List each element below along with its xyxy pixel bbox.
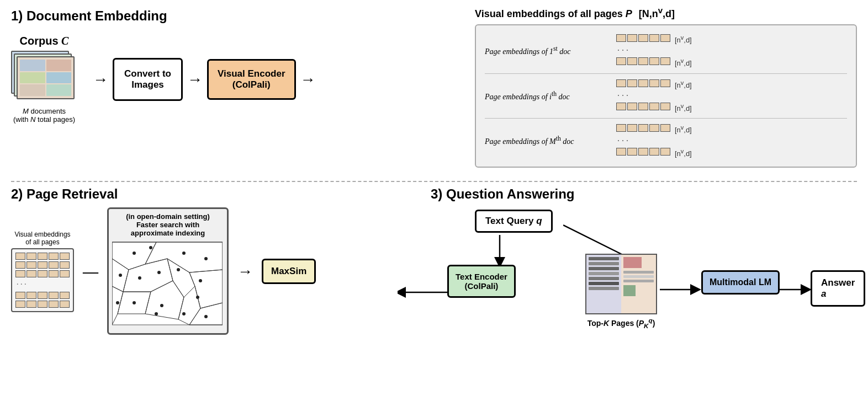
svg-point-15	[155, 312, 158, 315]
svg-point-8	[177, 268, 180, 271]
arrow-2: →	[187, 71, 203, 88]
ve-stack: · · ·	[11, 248, 74, 312]
corpus-label: Corpus C	[20, 35, 69, 47]
ve-dim: [N,nv,d]	[639, 6, 675, 20]
multimodal-lm-box: Multimodal LM	[701, 270, 780, 295]
voronoi-box: (in open-domain setting) Faster search w…	[107, 207, 229, 335]
voronoi-title: (in open-domain setting) Faster search w…	[112, 212, 224, 237]
maxsim-box: MaxSim	[262, 259, 316, 284]
svg-point-6	[138, 276, 141, 280]
convert-label: Convert toImages	[124, 68, 171, 90]
embed-row-3: Page embeddings of Mth doc [nv,d] · · · …	[485, 124, 847, 158]
corpus-area: Corpus C	[11, 35, 77, 124]
svg-point-14	[204, 315, 208, 318]
topk-image	[585, 254, 657, 314]
embed-label-2: Page embeddings of ith doc	[485, 90, 612, 101]
page-retrieval-title: 2) Page Retrieval	[11, 186, 425, 202]
arrow-mm-ans	[779, 281, 812, 298]
embed-row-2: Page embeddings of ith doc [nv,d] · · · …	[485, 79, 847, 113]
main-container: 1) Document Embedding Corpus C	[0, 0, 868, 396]
arrow-topk-mm	[660, 281, 704, 298]
svg-point-10	[116, 301, 119, 304]
topk-label: Top-K Pages (PKq)	[588, 317, 655, 329]
svg-point-16	[196, 296, 199, 299]
ve-header: Visual embeddings of all pages P [N,nv,d…	[475, 6, 857, 20]
arrow-3: →	[300, 71, 316, 88]
embed-row-1: Page embeddings of 1st doc [nv,d] · · · …	[485, 34, 847, 68]
corpus-sub-label: M documents(with N total pages)	[13, 107, 75, 124]
visual-embeddings-area: Visual embeddings of all pages P [N,nv,d…	[464, 6, 857, 168]
svg-point-13	[182, 312, 186, 315]
ve-title: Visual embeddings of all pages P	[475, 8, 632, 20]
arrow-te-maxsim	[398, 281, 453, 303]
visual-encoder-label: Visual Encoder(ColPali)	[218, 68, 285, 90]
doc-embedding-title: 1) Document Embedding	[11, 8, 464, 24]
svg-point-9	[199, 279, 202, 282]
svg-point-7	[157, 271, 161, 274]
doc-embedding-area: 1) Document Embedding Corpus C	[11, 6, 464, 124]
svg-point-5	[119, 274, 122, 277]
svg-point-11	[133, 301, 136, 304]
arrow-tq-te	[491, 235, 508, 268]
text-query-box: Text Query q	[475, 210, 553, 233]
svg-point-1	[133, 251, 136, 255]
doc-flow: Corpus C	[11, 35, 464, 124]
ve-all-pages-label: Visual embeddingsof all pages	[14, 231, 70, 246]
arrow-1: →	[93, 71, 108, 88]
svg-point-12	[160, 304, 163, 307]
page-item-3	[17, 56, 75, 99]
page-stack	[11, 51, 77, 100]
svg-point-2	[149, 246, 152, 249]
svg-point-3	[182, 251, 186, 255]
bottom-section: 2) Page Retrieval Visual embeddingsof al…	[11, 182, 857, 390]
embed-label-3: Page embeddings of Mth doc	[485, 136, 612, 147]
embeddings-box: Page embeddings of 1st doc [nv,d] · · · …	[475, 24, 857, 168]
text-encoder-box: Text Encoder(ColPali)	[447, 265, 516, 298]
topk-pages-area: Top-K Pages (PKq)	[585, 254, 657, 329]
answer-box: Answer a	[811, 270, 865, 307]
retrieval-flow: Visual embeddingsof all pages · · · —	[11, 207, 425, 335]
embed-grids-1: [nv,d] · · · [nv,d]	[616, 34, 692, 68]
top-section: 1) Document Embedding Corpus C	[11, 6, 857, 182]
corpus-var: C	[61, 35, 68, 47]
maxsim-label: MaxSim	[271, 266, 306, 276]
page-retrieval-area: 2) Page Retrieval Visual embeddingsof al…	[11, 186, 425, 335]
arrow-5: →	[237, 263, 253, 280]
svg-point-4	[204, 257, 208, 260]
arrow-4: —	[83, 263, 98, 280]
convert-to-images-box: Convert toImages	[113, 58, 183, 101]
voronoi-diagram	[112, 239, 223, 328]
qa-title: 3) Question Answering	[431, 186, 857, 202]
embed-label-1: Page embeddings of 1st doc	[485, 46, 612, 57]
visual-encoder-box: Visual Encoder(ColPali)	[207, 59, 296, 100]
embed-grids-2: [nv,d] · · · [nv,d]	[616, 79, 692, 113]
embed-grids-3: [nv,d] · · · [nv,d]	[616, 124, 692, 158]
